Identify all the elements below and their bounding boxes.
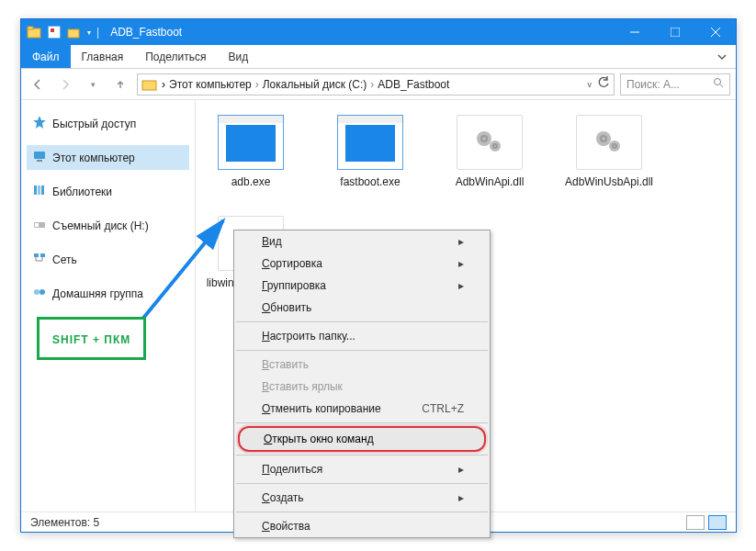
window-title: ADB_Fastboot: [110, 26, 182, 39]
file-item[interactable]: fastboot.exe: [324, 115, 416, 188]
menu-separator: [236, 350, 488, 351]
network-icon: [32, 251, 47, 268]
menu-item-label: Вид: [262, 235, 282, 248]
menu-item-label: Создать: [262, 491, 304, 504]
menu-item-label: Вставить ярлык: [262, 380, 343, 393]
tab-view[interactable]: Вид: [217, 45, 259, 68]
svg-point-32: [609, 141, 620, 152]
file-item[interactable]: AdbWinUsbApi.dll: [563, 115, 655, 188]
svg-rect-17: [41, 186, 44, 195]
submenu-arrow-icon: ▸: [458, 235, 464, 248]
menu-item[interactable]: Отменить копированиеCTRL+Z: [234, 398, 490, 420]
sidebar-item-label: Сеть: [52, 253, 77, 266]
annotation-arrow: [131, 202, 242, 331]
menu-item-label: Открыть окно команд: [264, 433, 374, 445]
breadcrumb-root[interactable]: Этот компьютер: [169, 78, 252, 91]
file-item[interactable]: AdbWinApi.dll: [444, 115, 536, 188]
menu-item-shortcut: CTRL+Z: [422, 402, 464, 415]
svg-rect-3: [51, 28, 54, 32]
annotation-label: SHIFT + ПКМ: [37, 317, 146, 360]
ribbon-expand-icon[interactable]: [708, 45, 736, 68]
nav-up-button[interactable]: [109, 73, 131, 96]
menu-item[interactable]: Сортировка▸: [234, 253, 490, 275]
chevron-right-icon[interactable]: ›: [255, 78, 259, 91]
menu-separator: [236, 422, 488, 423]
nav-recent-button[interactable]: ▾: [82, 73, 104, 96]
menu-item-label: Вставить: [262, 358, 309, 371]
exe-icon: [218, 115, 284, 170]
file-label: fastboot.exe: [324, 175, 416, 188]
menu-item-label: Обновить: [262, 301, 311, 314]
homegroup-icon: [32, 285, 47, 302]
svg-rect-1: [28, 27, 33, 29]
sidebar-item-this-pc[interactable]: Этот компьютер: [27, 145, 189, 170]
dll-icon: [457, 115, 523, 170]
view-details-button[interactable]: [686, 515, 705, 530]
libraries-icon: [32, 183, 47, 200]
nav-forward-button[interactable]: [54, 73, 76, 96]
refresh-icon[interactable]: [597, 76, 610, 92]
submenu-arrow-icon: ▸: [458, 491, 464, 504]
menu-item-label: Группировка: [262, 279, 326, 292]
menu-item[interactable]: Свойства: [234, 515, 490, 537]
menu-item-open-command-window[interactable]: Открыть окно команд: [238, 426, 486, 452]
svg-rect-21: [40, 253, 45, 257]
properties-icon[interactable]: [47, 25, 62, 39]
svg-rect-9: [142, 81, 156, 90]
menu-item[interactable]: Настроить папку...: [234, 325, 490, 347]
svg-line-11: [720, 84, 723, 87]
menu-item[interactable]: Обновить: [234, 297, 490, 319]
svg-point-27: [477, 131, 491, 146]
folder-icon: [141, 78, 158, 91]
svg-rect-13: [34, 152, 45, 159]
titlebar: ▾ | ADB_Fastboot: [21, 19, 736, 45]
dll-icon: [576, 115, 642, 170]
close-button[interactable]: [695, 19, 736, 45]
menu-item[interactable]: Создать▸: [234, 487, 490, 509]
sidebar-item-label: Домашняя группа: [52, 287, 143, 300]
nav-back-button[interactable]: [27, 73, 49, 96]
menu-separator: [236, 512, 488, 512]
folder-icon: [27, 25, 41, 39]
chevron-down-icon[interactable]: v: [588, 80, 592, 89]
search-input[interactable]: Поиск: A...: [620, 73, 730, 96]
svg-point-28: [490, 141, 501, 152]
menu-item-label: Отменить копирование: [262, 402, 381, 415]
tab-file[interactable]: Файл: [21, 45, 71, 68]
new-folder-icon[interactable]: [67, 25, 82, 39]
sidebar-item-libraries[interactable]: Библиотеки: [27, 179, 189, 204]
svg-rect-14: [37, 160, 42, 162]
sidebar-item-label: Быстрый доступ: [52, 118, 136, 130]
tab-share[interactable]: Поделиться: [134, 45, 217, 68]
svg-rect-19: [35, 223, 39, 227]
sidebar-item-quick-access[interactable]: Быстрый доступ: [27, 111, 189, 136]
view-large-icons-button[interactable]: [708, 515, 727, 530]
status-count-label: Элементов:: [30, 516, 90, 529]
menu-item: Вставить ярлык: [234, 376, 490, 398]
address-bar[interactable]: › Этот компьютер › Локальный диск (C:) ›…: [137, 73, 615, 96]
tab-home[interactable]: Главная: [71, 45, 135, 68]
menu-item[interactable]: Поделиться▸: [234, 458, 490, 480]
maximize-button[interactable]: [655, 19, 695, 45]
ribbon: Файл Главная Поделиться Вид: [21, 45, 736, 69]
svg-point-25: [34, 289, 39, 295]
sidebar-item-label: Библиотеки: [52, 186, 112, 198]
submenu-arrow-icon: ▸: [458, 463, 464, 476]
file-label: adb.exe: [205, 175, 297, 188]
status-count: 5: [94, 516, 100, 529]
breadcrumb-drive[interactable]: Локальный диск (C:): [263, 78, 367, 91]
chevron-right-icon[interactable]: ›: [162, 78, 165, 91]
svg-rect-16: [38, 186, 40, 195]
svg-marker-12: [33, 116, 46, 129]
qat-dropdown-icon[interactable]: ▾: [87, 28, 91, 37]
file-item[interactable]: adb.exe: [205, 115, 297, 188]
minimize-button[interactable]: [615, 19, 655, 45]
menu-item-label: Сортировка: [262, 257, 322, 270]
menu-item[interactable]: Вид▸: [234, 231, 490, 253]
chevron-right-icon[interactable]: ›: [370, 78, 374, 91]
menu-separator: [236, 321, 488, 322]
svg-point-31: [596, 131, 611, 146]
menu-item[interactable]: Группировка▸: [234, 275, 490, 297]
breadcrumb-folder[interactable]: ADB_Fastboot: [378, 78, 449, 91]
menu-item-label: Настроить папку...: [262, 330, 355, 343]
